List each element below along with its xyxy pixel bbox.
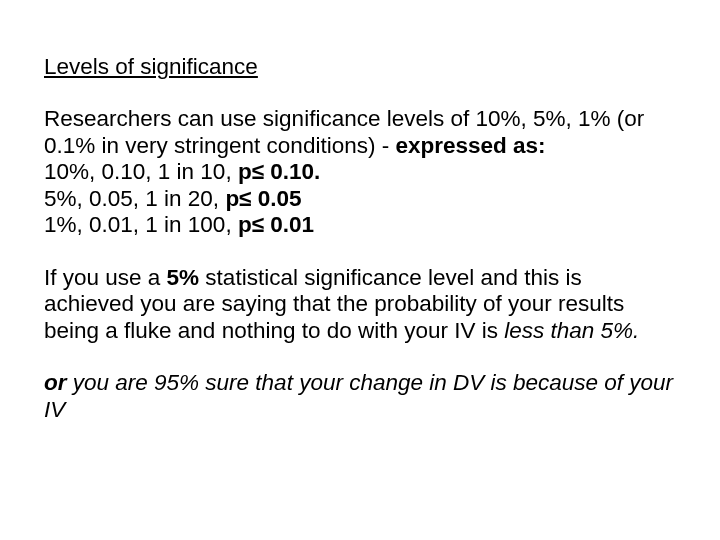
intro-line-1: Researchers can use significance levels … — [44, 106, 644, 131]
level-10-text: 10%, 0.10, 1 in 10, — [44, 159, 238, 184]
paragraph-1: If you use a 5% statistical significance… — [44, 265, 676, 345]
level-5-text: 5%, 0.05, 1 in 20, — [44, 186, 225, 211]
level-5-p: p≤ 0.05 — [225, 186, 301, 211]
p1-part-c: statistical significance level and this … — [199, 265, 582, 290]
level-1-p: p≤ 0.01 — [238, 212, 314, 237]
p2-or: or — [44, 370, 67, 395]
slide: Levels of significance Researchers can u… — [0, 0, 720, 423]
p2-part-b: you are 95% sure that your change in DV … — [67, 370, 674, 395]
intro-block: Researchers can use significance levels … — [44, 106, 676, 239]
p1-5pct: 5% — [167, 265, 200, 290]
paragraph-2: or you are 95% sure that your change in … — [44, 370, 676, 423]
p1-part-e: being a fluke and nothing to do with you… — [44, 318, 504, 343]
p1-lessthan: less than 5%. — [504, 318, 639, 343]
slide-title: Levels of significance — [44, 54, 676, 80]
level-10-p: p≤ 0.10. — [238, 159, 320, 184]
p1-part-a: If you use a — [44, 265, 167, 290]
level-1-text: 1%, 0.01, 1 in 100, — [44, 212, 238, 237]
p2-part-c: IV — [44, 397, 65, 422]
intro-line-2a: 0.1% in very stringent conditions) - — [44, 133, 395, 158]
p1-part-d: achieved you are saying that the probabi… — [44, 291, 624, 316]
intro-expressed-as: expressed as: — [395, 133, 545, 158]
